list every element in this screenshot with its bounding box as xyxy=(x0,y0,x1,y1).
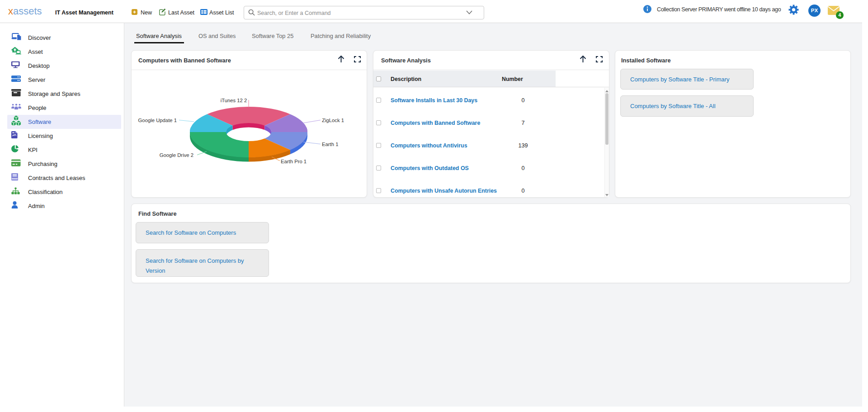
svg-text:Google Update 1: Google Update 1 xyxy=(138,118,177,123)
svg-text:Earth 1: Earth 1 xyxy=(322,142,338,147)
svg-text:iTunes 12 2: iTunes 12 2 xyxy=(221,98,247,103)
svg-text:ZigLock 1: ZigLock 1 xyxy=(322,118,344,123)
svg-text:Earth Pro 1: Earth Pro 1 xyxy=(281,159,307,164)
svg-text:Google Drive 2: Google Drive 2 xyxy=(160,152,193,158)
